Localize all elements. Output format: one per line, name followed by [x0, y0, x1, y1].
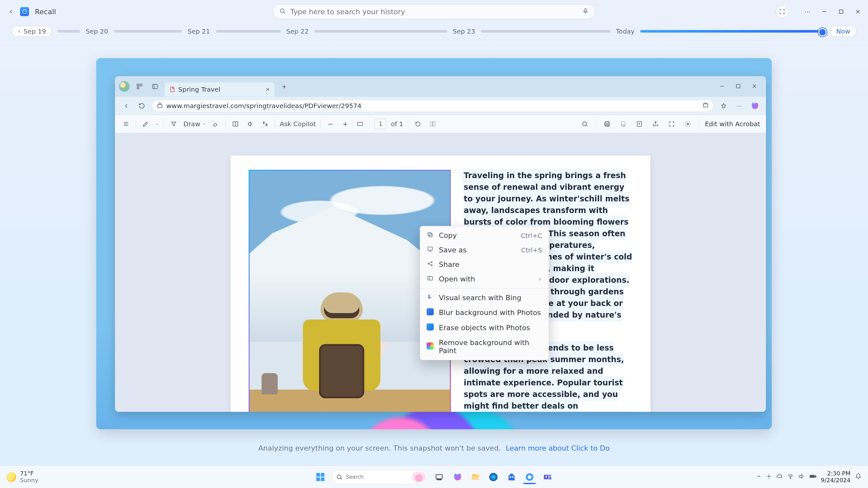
zoom-in-button[interactable]: +	[340, 119, 350, 129]
file-explorer-button[interactable]	[468, 470, 483, 484]
pdf-highlight-button[interactable]	[141, 119, 151, 129]
add-note-button[interactable]	[634, 119, 645, 129]
share-button[interactable]	[650, 119, 661, 129]
pdf-file-icon	[169, 87, 175, 92]
ctx-share[interactable]: Share	[420, 257, 549, 272]
shopping-icon[interactable]	[702, 102, 709, 110]
nav-back-button[interactable]	[121, 100, 132, 111]
minimize-button[interactable]	[820, 8, 829, 15]
timeline-segment[interactable]	[114, 30, 182, 33]
new-tab-button[interactable]: ＋	[278, 81, 290, 92]
profile-avatar[interactable]	[119, 81, 130, 92]
pdf-readaloud-button[interactable]	[245, 119, 255, 129]
ctx-open-with[interactable]: Open with	[420, 272, 549, 286]
ctx-label: Erase objects with Photos	[439, 324, 530, 332]
clock-date: 9/24/2024	[821, 477, 850, 484]
copilot-taskbar-button[interactable]	[450, 470, 464, 484]
close-button[interactable]	[854, 8, 862, 15]
ask-copilot-button[interactable]: Ask Copilot	[280, 120, 316, 128]
chevron-down-icon[interactable]	[155, 120, 159, 128]
search-input[interactable]	[290, 8, 578, 16]
copilot-button[interactable]	[749, 100, 760, 111]
svg-point-41	[528, 475, 531, 479]
taskbar-clock[interactable]: 2:30 PM 9/24/2024	[821, 470, 850, 484]
svg-point-26	[431, 265, 432, 266]
edge-minimize-button[interactable]	[719, 84, 725, 90]
notifications-button[interactable]	[855, 473, 862, 481]
weather-widget[interactable]: 71°F Sunny	[6, 470, 38, 484]
vertical-tabs-icon[interactable]	[149, 81, 161, 92]
pdf-find-button[interactable]	[580, 119, 590, 129]
page-total-label: of 1	[391, 120, 403, 128]
ctx-save-as[interactable]: Save as Ctrl+S	[420, 243, 549, 257]
ctx-visual-search[interactable]: Visual search with Bing	[420, 290, 549, 305]
workspaces-icon[interactable]	[134, 81, 145, 92]
pdf-contents-button[interactable]	[121, 119, 131, 129]
task-view-button[interactable]	[432, 470, 446, 484]
svg-rect-12	[430, 122, 432, 126]
tab-title: Spring Travel	[178, 86, 220, 93]
timeline-segment[interactable]	[58, 30, 80, 33]
tray-battery-icon[interactable]	[809, 473, 816, 481]
rotate-button[interactable]	[413, 119, 423, 129]
back-button[interactable]	[6, 6, 16, 17]
pdf-erase-button[interactable]	[211, 119, 221, 129]
more-button[interactable]: ⋯	[803, 8, 812, 15]
tab-close-button[interactable]: ✕	[266, 87, 270, 93]
timeline-expand-button[interactable]	[776, 5, 788, 18]
recall-taskbar-button[interactable]	[523, 470, 537, 484]
tray-wifi-icon[interactable]	[787, 473, 794, 481]
print-button[interactable]	[602, 119, 612, 129]
svg-rect-18	[622, 125, 624, 126]
store-button[interactable]	[504, 470, 519, 484]
browser-tab[interactable]: Spring Travel ✕	[165, 82, 275, 97]
mic-icon[interactable]	[582, 8, 589, 16]
fit-width-button[interactable]	[355, 119, 365, 129]
save-button[interactable]	[618, 119, 628, 129]
timeline-segment[interactable]	[216, 30, 281, 33]
fullscreen-button[interactable]	[666, 119, 677, 129]
taskbar-search[interactable]: Search	[331, 470, 428, 484]
svg-rect-33	[436, 475, 442, 479]
ctx-label: Save as	[439, 246, 467, 254]
pdf-filter-button[interactable]	[168, 119, 179, 129]
clock-time: 2:30 PM	[821, 470, 850, 477]
timeline-segment[interactable]	[481, 30, 610, 33]
settings-button[interactable]	[683, 119, 693, 129]
favorite-button[interactable]	[718, 100, 729, 111]
svg-rect-13	[433, 122, 435, 126]
page-number-input[interactable]: 1	[375, 119, 386, 129]
edit-with-acrobat-button[interactable]: Edit with Acrobat	[705, 120, 760, 128]
start-button[interactable]	[313, 470, 328, 484]
ctx-remove-bg[interactable]: Remove background with Paint	[420, 335, 549, 358]
tray-volume-icon[interactable]	[798, 473, 805, 481]
svg-rect-9	[158, 104, 162, 107]
timeline-today-track[interactable]	[640, 30, 824, 33]
search-box[interactable]	[273, 4, 595, 19]
teams-button[interactable]: T	[540, 470, 555, 484]
ctx-copy[interactable]: Copy Ctrl+C	[420, 228, 549, 243]
address-bar[interactable]: www.margiestravel.com/springtravelideas/…	[152, 100, 714, 112]
edge-maximize-button[interactable]	[735, 84, 741, 90]
ctx-erase[interactable]: Erase objects with Photos	[420, 320, 549, 335]
timeline-now-chip[interactable]: Now	[830, 26, 857, 37]
timeline[interactable]: Sep 19 Sep 20 Sep 21 Sep 22 Sep 23 Today…	[0, 23, 868, 39]
tray-settings-icon[interactable]	[766, 474, 772, 481]
pdf-pageview-button[interactable]	[230, 119, 241, 129]
ctx-blur-bg[interactable]: Blur background with Photos	[420, 305, 549, 320]
zoom-out-button[interactable]: −	[325, 119, 336, 129]
pdf-draw-button[interactable]: Draw	[183, 120, 206, 128]
timeline-start-chip[interactable]: Sep 19	[11, 26, 52, 37]
nav-refresh-button[interactable]	[136, 100, 147, 111]
tray-onedrive-icon[interactable]	[776, 473, 783, 481]
pdf-translate-button[interactable]	[260, 119, 270, 129]
timeline-segment[interactable]	[314, 30, 447, 33]
edge-close-button[interactable]	[751, 84, 757, 90]
learn-more-link[interactable]: Learn more about Click to Do	[506, 444, 610, 452]
site-info-icon[interactable]	[157, 102, 163, 110]
tray-chevron-icon[interactable]	[756, 474, 762, 480]
maximize-button[interactable]	[837, 8, 845, 15]
page-layout-button[interactable]	[428, 119, 438, 129]
edge-more-button[interactable]: ⋯	[734, 100, 745, 111]
edge-button[interactable]	[486, 470, 500, 484]
